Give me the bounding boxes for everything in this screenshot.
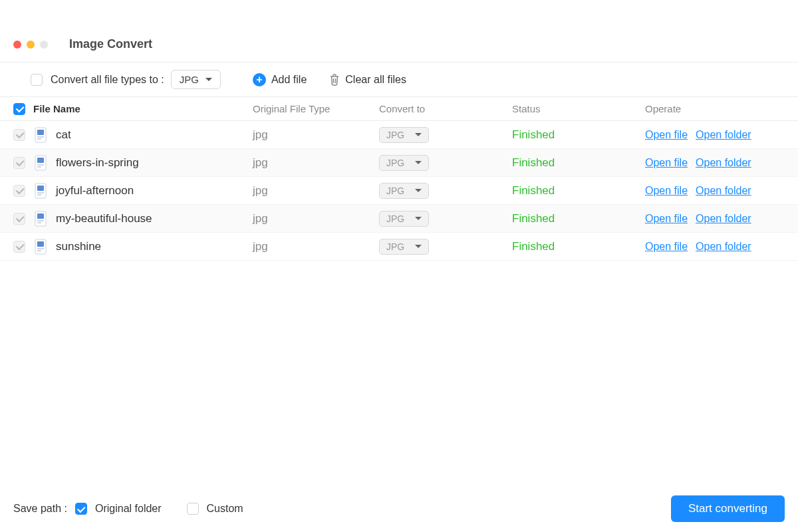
select-all-checkbox[interactable] (13, 103, 25, 115)
row-checkbox[interactable] (13, 185, 25, 197)
window-title: Image Convert (69, 37, 152, 51)
convert-to-select[interactable]: JPG (379, 155, 429, 171)
file-name: sunshine (56, 240, 101, 253)
convert-to-select[interactable]: JPG (379, 127, 429, 143)
footer: Save path : Original folder Custom Start… (0, 485, 798, 532)
table-row: flowers-in-springjpgJPGFinishedOpen file… (0, 149, 798, 177)
convert-all-format-select[interactable]: JPG (171, 70, 221, 89)
svg-rect-17 (37, 241, 44, 247)
open-folder-link[interactable]: Open folder (696, 185, 751, 197)
status-text: Finished (512, 156, 555, 169)
svg-rect-1 (37, 130, 44, 135)
file-table: File Name Original File Type Convert to … (0, 97, 798, 485)
convert-to-value: JPG (386, 130, 404, 140)
col-header-operate: Operate (645, 103, 785, 114)
table-body: catjpgJPGFinishedOpen fileOpen folderflo… (0, 121, 798, 261)
svg-rect-11 (37, 194, 41, 196)
status-text: Finished (512, 240, 555, 253)
row-checkbox[interactable] (13, 241, 25, 253)
svg-rect-3 (37, 138, 41, 140)
open-file-link[interactable]: Open file (645, 241, 688, 253)
maximize-window-button[interactable] (40, 41, 48, 49)
original-type: jpg (253, 240, 379, 253)
convert-to-value: JPG (386, 186, 404, 196)
chevron-down-icon (205, 78, 212, 81)
custom-path-checkbox[interactable] (187, 503, 199, 515)
trash-icon (329, 74, 340, 86)
svg-rect-13 (37, 213, 44, 219)
svg-rect-19 (37, 250, 41, 251)
svg-rect-9 (37, 186, 44, 191)
convert-to-value: JPG (386, 241, 404, 252)
file-name: cat (56, 128, 71, 142)
start-converting-button[interactable]: Start converting (671, 495, 785, 522)
col-header-name: File Name (33, 103, 253, 114)
svg-rect-15 (37, 222, 41, 223)
chevron-down-icon (415, 133, 422, 136)
svg-rect-14 (37, 220, 44, 221)
open-folder-link[interactable]: Open folder (696, 129, 751, 141)
chevron-down-icon (415, 189, 422, 192)
file-name: flowers-in-spring (56, 156, 139, 170)
open-folder-link[interactable]: Open folder (696, 157, 751, 169)
toolbar: Convert all file types to : JPG Add file… (0, 63, 798, 97)
convert-all-format-value: JPG (180, 74, 199, 85)
file-icon (33, 239, 48, 255)
status-text: Finished (512, 184, 555, 197)
chevron-down-icon (415, 245, 422, 248)
clear-all-button[interactable]: Clear all files (329, 74, 406, 86)
convert-to-value: JPG (386, 158, 404, 168)
table-row: catjpgJPGFinishedOpen fileOpen folder (0, 121, 798, 149)
open-folder-link[interactable]: Open folder (696, 213, 751, 225)
add-file-button[interactable]: Add file (253, 73, 307, 86)
chevron-down-icon (415, 161, 422, 164)
svg-rect-5 (37, 158, 44, 163)
file-icon (33, 155, 48, 171)
col-header-status: Status (512, 103, 645, 114)
app-window: Image Convert Convert all file types to … (0, 0, 798, 532)
row-checkbox[interactable] (13, 157, 25, 169)
col-header-convert: Convert to (379, 103, 512, 114)
save-path-label: Save path : (13, 503, 67, 515)
open-file-link[interactable]: Open file (645, 129, 688, 141)
title-bar: Image Convert (0, 27, 798, 63)
file-name: my-beautiful-house (56, 212, 152, 225)
convert-to-select[interactable]: JPG (379, 183, 429, 199)
file-icon (33, 211, 48, 227)
svg-rect-10 (37, 192, 44, 194)
table-row: joyful-afternoonjpgJPGFinishedOpen fileO… (0, 177, 798, 205)
original-folder-label: Original folder (95, 503, 162, 515)
window-traffic-lights (13, 41, 48, 49)
svg-rect-2 (37, 136, 44, 138)
open-file-link[interactable]: Open file (645, 157, 688, 169)
add-file-label: Add file (271, 74, 307, 86)
row-checkbox[interactable] (13, 129, 25, 141)
convert-all-checkbox[interactable] (31, 74, 43, 86)
file-icon (33, 127, 48, 143)
convert-to-select[interactable]: JPG (379, 239, 429, 255)
col-header-type: Original File Type (253, 103, 379, 114)
open-folder-link[interactable]: Open folder (696, 241, 751, 253)
original-type: jpg (253, 156, 379, 170)
original-type: jpg (253, 212, 379, 225)
table-header: File Name Original File Type Convert to … (0, 97, 798, 121)
svg-rect-18 (37, 248, 44, 249)
custom-path-label: Custom (207, 503, 243, 515)
original-type: jpg (253, 184, 379, 198)
open-file-link[interactable]: Open file (645, 185, 688, 197)
convert-to-value: JPG (386, 213, 404, 224)
table-row: my-beautiful-housejpgJPGFinishedOpen fil… (0, 205, 798, 233)
status-text: Finished (512, 212, 555, 225)
chevron-down-icon (415, 217, 422, 220)
original-folder-checkbox[interactable] (75, 503, 87, 515)
open-file-link[interactable]: Open file (645, 213, 688, 225)
file-name: joyful-afternoon (56, 184, 134, 198)
file-icon (33, 183, 48, 199)
minimize-window-button[interactable] (27, 41, 35, 49)
convert-to-select[interactable]: JPG (379, 211, 429, 227)
original-type: jpg (253, 128, 379, 142)
row-checkbox[interactable] (13, 213, 25, 225)
close-window-button[interactable] (13, 41, 21, 49)
status-text: Finished (512, 128, 555, 141)
plus-circle-icon (253, 73, 266, 86)
